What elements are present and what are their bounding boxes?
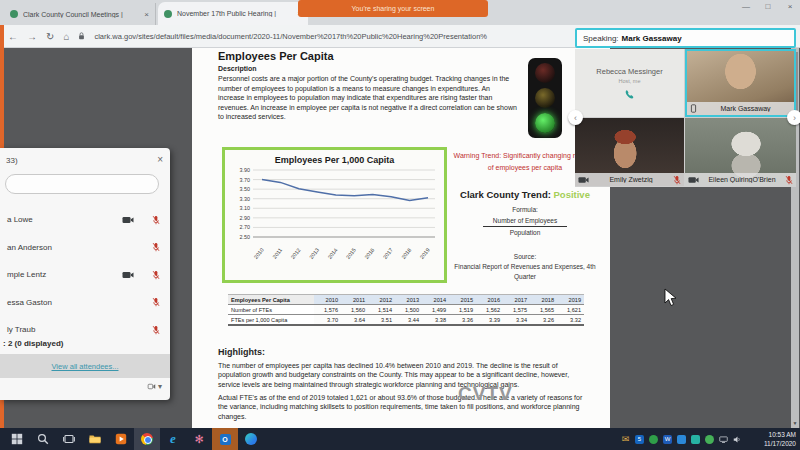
video-tile-rebecca-messinger[interactable]: Rebecca Messinger Host, me xyxy=(575,49,684,117)
address-bar[interactable]: clark.wa.gov/sites/default/files/media/d… xyxy=(94,32,534,41)
source-block: Source: Financial Report of Revenues and… xyxy=(450,252,600,281)
speakerphone-icon[interactable] xyxy=(147,382,156,391)
formula-denominator: Population xyxy=(450,229,600,236)
word-tray-icon[interactable]: W xyxy=(663,435,672,444)
outlook-icon[interactable]: O xyxy=(212,428,238,450)
home-icon[interactable]: ⌂ xyxy=(63,31,69,42)
close-button[interactable]: × xyxy=(784,2,796,11)
taskbar-apps: e ✻ O xyxy=(4,428,264,450)
blue-app-tray-icon[interactable] xyxy=(677,435,686,444)
table-row-label: Number of FTEs xyxy=(228,305,314,315)
mic-muted-icon[interactable] xyxy=(152,242,160,252)
edge-icon[interactable] xyxy=(238,428,264,450)
yellow-light-icon xyxy=(535,88,555,108)
caret-down-icon[interactable]: ▾ xyxy=(158,382,162,391)
volume-tray-icon[interactable] xyxy=(733,435,742,444)
video-tile-eileen-quiring-obrien[interactable]: Eileen QuiringO'Brien xyxy=(685,118,796,186)
video-grid: Rebecca Messinger Host, me Mark Gassaway… xyxy=(575,49,796,187)
attendee-row[interactable]: essa Gaston xyxy=(0,289,170,317)
y-tick-label: 3.90 xyxy=(240,167,251,173)
attendee-row[interactable]: a Lowe xyxy=(0,206,170,234)
red-light-icon xyxy=(535,63,555,83)
table-year-header: 2013 xyxy=(395,295,422,305)
table-cell: 3.38 xyxy=(422,315,449,326)
video-tile-emily-zwetzig[interactable]: Emily Zwetzig xyxy=(575,118,684,186)
page-title: Employees Per Capita xyxy=(218,50,334,62)
taskbar-clock[interactable]: 10:53 AM 11/17/2020 xyxy=(764,430,796,448)
desktop-screen: Clark County Council Meetings | × Novemb… xyxy=(0,0,800,450)
chat-tray-icon[interactable] xyxy=(705,435,714,444)
mail-tray-icon[interactable]: ✉ xyxy=(621,435,630,444)
status-tray-icon[interactable] xyxy=(649,435,658,444)
reload-icon[interactable]: ↻ xyxy=(46,31,54,42)
padlock-icon xyxy=(78,32,85,40)
browser-tab-public-hearing[interactable]: November 17th Public Hearing | × xyxy=(158,2,308,25)
table-year-header: 2012 xyxy=(368,295,395,305)
search-icon[interactable] xyxy=(30,428,56,450)
forward-icon[interactable]: → xyxy=(27,31,37,42)
minimize-button[interactable]: — xyxy=(740,2,752,11)
camera-icon[interactable] xyxy=(122,271,134,279)
formula-numerator: Number of Employees xyxy=(483,215,567,227)
back-icon[interactable]: ← xyxy=(8,31,18,42)
trend-label: Clark County Trend: xyxy=(460,189,551,200)
video-tile-mark-gassaway[interactable]: Mark Gassaway xyxy=(685,49,796,117)
attendee-search-input[interactable] xyxy=(5,174,159,194)
table-cell: 3.34 xyxy=(503,315,530,326)
table-cell: 3.36 xyxy=(449,315,476,326)
formula-block: Formula: Number of Employees Population xyxy=(450,206,600,236)
scroll-down-icon[interactable]: ▼ xyxy=(791,420,799,426)
mic-muted-icon[interactable] xyxy=(785,175,793,185)
goto-opener-icon[interactable]: ✻ xyxy=(186,428,212,450)
mic-muted-icon[interactable] xyxy=(673,175,681,185)
source-heading: Source: xyxy=(450,252,600,262)
speaking-name: Mark Gassaway xyxy=(622,34,682,43)
mic-muted-icon[interactable] xyxy=(152,297,160,307)
view-all-attendees-link[interactable]: View all attendees... xyxy=(52,362,119,371)
attendee-row[interactable]: mple Lentz xyxy=(0,261,170,289)
table-year-header: 2016 xyxy=(476,295,503,305)
file-explorer-icon[interactable] xyxy=(82,428,108,450)
carousel-left-arrow[interactable]: ‹ xyxy=(568,110,583,125)
line-chart: 3.903.703.503.303.102.902.702.5020102011… xyxy=(225,165,444,265)
mic-muted-icon[interactable] xyxy=(152,325,160,335)
attendee-name: mple Lentz xyxy=(7,270,170,279)
table-cell: 1,499 xyxy=(422,305,449,315)
table-year-header: 2019 xyxy=(557,295,584,305)
y-tick-label: 3.10 xyxy=(240,205,251,211)
tab-close-icon[interactable]: × xyxy=(144,10,149,19)
maximize-button[interactable]: □ xyxy=(762,2,774,11)
attendee-row[interactable]: an Anderson xyxy=(0,234,170,262)
panel-close-icon[interactable]: × xyxy=(157,154,163,165)
attendee-list: a Lowe an Anderson mple Lentz essa Gasto… xyxy=(0,206,170,344)
app5-tray-icon[interactable]: 5 xyxy=(635,435,644,444)
task-view-icon[interactable] xyxy=(56,428,82,450)
video-label: Emily Zwetzig xyxy=(575,173,684,186)
green-light-icon xyxy=(535,113,555,133)
system-tray: ✉ 5 W xyxy=(621,435,742,444)
table-cell: 3.70 xyxy=(314,315,341,326)
webcam-icon xyxy=(688,176,699,184)
internet-explorer-icon[interactable]: e xyxy=(160,428,186,450)
y-tick-label: 3.30 xyxy=(240,196,251,202)
monitor-tray-icon[interactable] xyxy=(719,435,728,444)
camera-icon[interactable] xyxy=(122,216,134,224)
highlights-paragraph-1: The number of employees per capita has d… xyxy=(218,361,590,389)
mic-muted-icon[interactable] xyxy=(152,270,160,280)
y-tick-label: 2.70 xyxy=(240,224,251,230)
highlights-paragraph-2: Actual FTE's as of the end of 2019 total… xyxy=(218,393,590,421)
table-row: FTEs per 1,000 Capita3.703.643.513.443.3… xyxy=(228,315,584,326)
browser-tab-council-meetings[interactable]: Clark County Council Meetings | × xyxy=(4,3,156,25)
x-tick-label: 2015 xyxy=(345,247,357,260)
cvtv-watermark: CVTV xyxy=(458,383,513,405)
mic-muted-icon[interactable] xyxy=(152,215,160,225)
movies-tv-icon[interactable] xyxy=(108,428,134,450)
table-year-header: 2017 xyxy=(503,295,530,305)
clock-time: 10:53 AM xyxy=(764,430,796,439)
teal-app-tray-icon[interactable] xyxy=(691,435,700,444)
start-button[interactable] xyxy=(4,428,30,450)
participant-name: Emily Zwetzig xyxy=(592,176,670,183)
table-cell: 3.26 xyxy=(530,315,557,326)
carousel-right-arrow[interactable]: › xyxy=(787,110,800,125)
chrome-icon[interactable] xyxy=(134,428,160,450)
